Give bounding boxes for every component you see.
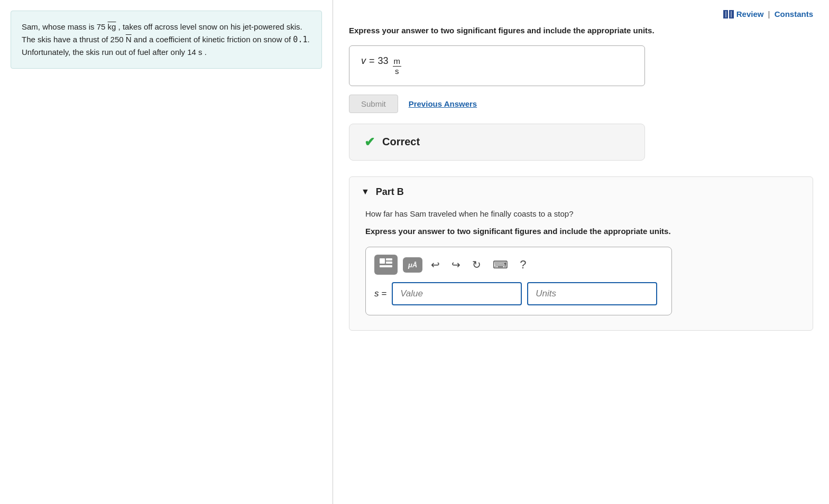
correct-box: ✔ Correct — [349, 124, 645, 161]
answer-fraction: m s — [393, 57, 402, 76]
review-icon — [723, 10, 734, 18]
fraction-denominator: s — [394, 67, 400, 76]
part-b-question: How far has Sam traveled when he finally… — [365, 209, 797, 218]
problem-box: Sam, whose mass is 75 kg , takes off acr… — [11, 11, 322, 69]
template-icon — [380, 258, 392, 271]
left-panel: Sam, whose mass is 75 kg , takes off acr… — [0, 0, 333, 504]
review-link[interactable]: Review — [736, 10, 764, 18]
part-b-body: How far has Sam traveled when he finally… — [349, 209, 813, 331]
constants-link[interactable]: Constants — [775, 10, 813, 18]
help-icon: ? — [520, 258, 526, 271]
symbol-icon: μÅ — [408, 261, 417, 269]
problem-text: Sam, whose mass is 75 kg , takes off acr… — [22, 21, 311, 59]
top-bar-links: Review | Constants — [736, 10, 813, 18]
fraction-numerator: m — [393, 57, 402, 67]
symbol-button[interactable]: μÅ — [403, 257, 422, 273]
template-button[interactable] — [374, 255, 398, 275]
answer-display-box: v = 33 m s — [349, 45, 645, 86]
correct-label: Correct — [382, 136, 420, 148]
previous-answers-link[interactable]: Previous Answers — [409, 99, 477, 108]
part-b-title: Part B — [376, 186, 404, 198]
part-b-instruction: Express your answer to two significant f… — [365, 226, 797, 238]
part-b-section: ▼ Part B How far has Sam traveled when h… — [349, 176, 813, 331]
svg-rect-7 — [386, 262, 392, 264]
svg-rect-5 — [386, 258, 392, 260]
top-bar: Review | Constants — [349, 5, 813, 25]
submit-row: Submit Previous Answers — [349, 95, 813, 113]
answer-variable: v — [361, 55, 366, 67]
part-b-collapse-arrow[interactable]: ▼ — [361, 187, 370, 197]
redo-icon: ↪ — [452, 259, 460, 270]
svg-rect-3 — [731, 11, 732, 17]
refresh-icon: ↻ — [472, 259, 481, 270]
answer-equals: = — [369, 55, 375, 67]
undo-button[interactable]: ↩ — [428, 256, 443, 273]
answer-formula: v = 33 m s — [361, 55, 402, 76]
svg-rect-2 — [725, 11, 726, 17]
value-input[interactable] — [392, 282, 522, 305]
right-panel: Review | Constants Express your answer t… — [333, 0, 829, 504]
part-a-instruction: Express your answer to two significant f… — [349, 25, 813, 37]
input-label: s = — [374, 288, 386, 299]
keyboard-button[interactable]: ⌨ — [490, 256, 511, 273]
checkmark-icon: ✔ — [364, 135, 375, 150]
input-editor-box: μÅ ↩ ↪ ↻ ⌨ ? — [365, 247, 672, 315]
submit-button[interactable]: Submit — [349, 95, 398, 113]
help-button[interactable]: ? — [517, 256, 529, 274]
redo-button[interactable]: ↪ — [448, 256, 464, 273]
pipe-separator: | — [768, 10, 772, 18]
refresh-button[interactable]: ↻ — [469, 256, 484, 273]
svg-rect-6 — [380, 265, 392, 267]
undo-icon: ↩ — [431, 259, 440, 270]
toolbar-row: μÅ ↩ ↪ ↻ ⌨ ? — [374, 255, 663, 275]
keyboard-icon: ⌨ — [493, 259, 508, 270]
svg-rect-4 — [380, 258, 385, 264]
units-input[interactable] — [527, 282, 657, 305]
input-row: s = — [374, 282, 663, 305]
answer-number: 33 — [378, 55, 389, 67]
part-b-header[interactable]: ▼ Part B — [349, 177, 813, 207]
